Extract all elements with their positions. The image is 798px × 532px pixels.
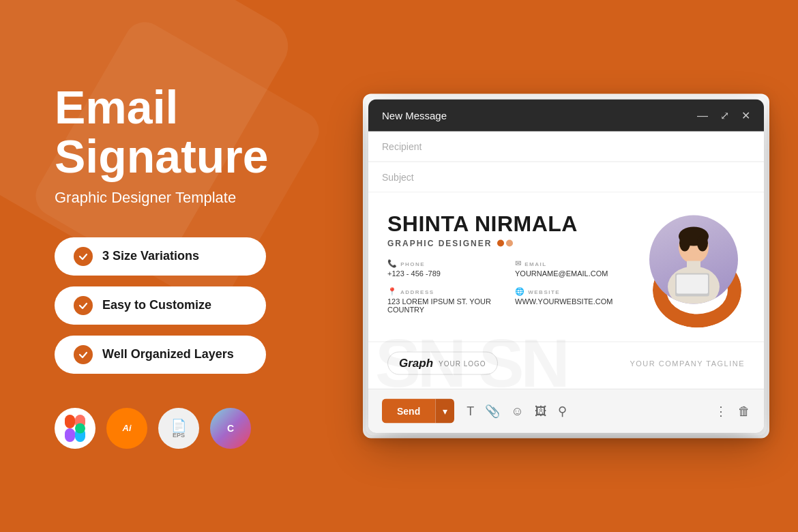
sig-content: SHINTA NIRMALA GRAPHIC DESIGNER	[368, 193, 764, 342]
figma-icon	[55, 408, 95, 449]
email-window-title: New Message	[382, 110, 447, 121]
feature-label-1: 3 Size Variations	[102, 249, 199, 263]
sig-name: SHINTA NIRMALA	[387, 212, 636, 236]
minimize-icon[interactable]: —	[697, 109, 708, 121]
more-options-icon[interactable]: ⋮	[715, 404, 727, 419]
sig-details: 📞 PHONE +123 - 456 -789 ✉ EMAIL YOURNAME…	[387, 259, 636, 314]
check-icon-1	[74, 247, 93, 266]
address-detail: 📍 ADDRESS 123 LOREM IPSUM ST. YOUR COUNT…	[387, 287, 508, 314]
signature-card: SN SN SHINTA NIRMALA GRAPHIC DESIGNER	[368, 193, 764, 389]
right-panel: New Message — ⤢ ✕ Recipient Subject SN S…	[368, 100, 764, 433]
toolbar-icons: T 📎 ☺ 🖼 ⚲	[467, 404, 709, 419]
eps-icon: 📄 EPS	[158, 408, 199, 449]
feature-label-2: Easy to Customize	[102, 298, 211, 312]
emoji-icon[interactable]: ☺	[511, 404, 523, 418]
toolbar-right: ⋮ 🗑	[715, 404, 750, 419]
tools-row: Ai 📄 EPS C	[55, 408, 355, 449]
left-panel: Email Signature Graphic Designer Templat…	[55, 0, 355, 532]
check-icon-2	[74, 296, 93, 315]
feature-label-3: Well Organized Layers	[102, 347, 234, 361]
tagline: YOUR COMPANY TAGLINE	[630, 359, 745, 368]
send-button[interactable]: Send	[382, 399, 435, 424]
svg-rect-0	[65, 415, 75, 428]
role-dots	[497, 240, 513, 247]
check-icon-3	[74, 345, 93, 364]
send-dropdown-button[interactable]: ▾	[435, 399, 454, 424]
feature-item-1: 3 Size Variations	[55, 237, 266, 276]
window-controls: — ⤢ ✕	[697, 109, 750, 122]
delete-icon[interactable]: 🗑	[738, 404, 750, 418]
maximize-icon[interactable]: ⤢	[720, 109, 729, 122]
feature-item-3: Well Organized Layers	[55, 336, 266, 374]
subtitle: Graphic Designer Template	[55, 189, 355, 207]
main-title: Email Signature	[55, 83, 355, 181]
image-icon[interactable]: 🖼	[535, 404, 547, 418]
email-window: New Message — ⤢ ✕ Recipient Subject SN S…	[368, 100, 764, 433]
signature-area: SN SN SHINTA NIRMALA GRAPHIC DESIGNER	[368, 193, 764, 389]
email-titlebar: New Message — ⤢ ✕	[368, 100, 764, 132]
website-detail: 🌐 WEBSITE WWW.YOURWEBSITE.COM	[515, 287, 636, 314]
format-text-icon[interactable]: T	[467, 404, 474, 418]
subject-field[interactable]: Subject	[368, 162, 764, 193]
attach-icon[interactable]: 📎	[485, 404, 500, 419]
recipient-field[interactable]: Recipient	[368, 132, 764, 162]
send-button-group: Send ▾	[382, 399, 454, 424]
compose-toolbar: Send ▾ T 📎 ☺ 🖼 ⚲ ⋮ 🗑	[368, 389, 764, 433]
phone-detail: 📞 PHONE +123 - 456 -789	[387, 259, 508, 278]
close-icon[interactable]: ✕	[741, 109, 750, 122]
canva-icon: C	[210, 408, 251, 449]
feature-list: 3 Size Variations Easy to Customize Well…	[55, 237, 355, 374]
sig-left: SHINTA NIRMALA GRAPHIC DESIGNER	[387, 212, 636, 328]
feature-item-2: Easy to Customize	[55, 286, 266, 325]
sig-role: GRAPHIC DESIGNER	[387, 239, 636, 248]
email-detail: ✉ EMAIL YOURNAME@EMAIL.COM	[515, 259, 636, 278]
email-mockup: New Message — ⤢ ✕ Recipient Subject SN S…	[368, 100, 764, 433]
svg-point-4	[75, 423, 85, 433]
sig-right	[636, 212, 745, 328]
illustrator-icon: Ai	[106, 408, 147, 449]
link-icon[interactable]: ⚲	[558, 404, 567, 419]
